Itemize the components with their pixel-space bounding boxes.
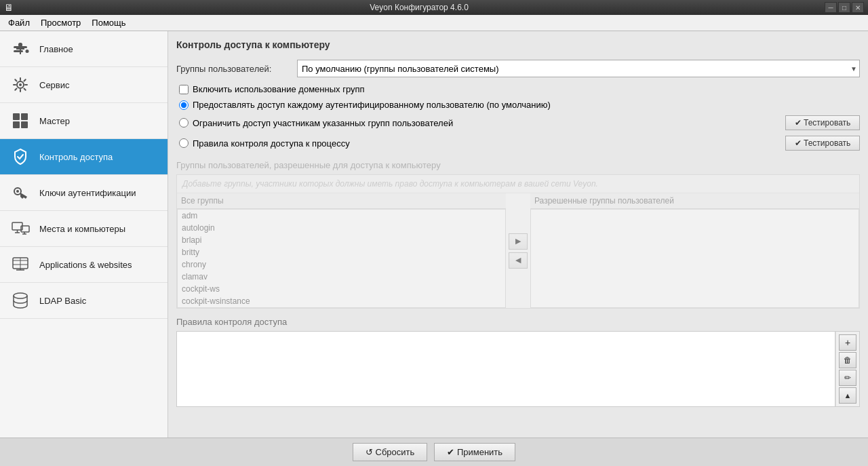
radio-grant-all-row: Предоставлять доступ каждому аутентифици… — [176, 100, 860, 110]
group-item-chrony[interactable]: chrony — [178, 258, 505, 271]
minimize-button[interactable]: ─ — [825, 2, 837, 13]
sidebar-item-master[interactable]: Мастер — [0, 103, 167, 139]
user-groups-row: Группы пользователей: По умолчанию (груп… — [176, 60, 860, 77]
sidebar-computers-label: Места и компьютеры — [39, 224, 125, 234]
groups-hint: Добавьте группы, участники которых должн… — [177, 175, 859, 193]
service-icon — [9, 74, 31, 96]
sidebar-item-computers[interactable]: Места и компьютеры — [0, 211, 167, 247]
section-title: Контроль доступа к компьютеру — [176, 39, 860, 50]
sidebar: Главное Сервис Ма — [0, 31, 168, 438]
sidebar-ldap-label: LDAP Basic — [39, 296, 86, 306]
radio-rules-label: Правила контроля доступа к процессу — [193, 138, 350, 149]
radio-rules-inner: Правила контроля доступа к процессу — [179, 138, 785, 149]
remove-from-allowed-button[interactable]: ◀ — [509, 252, 528, 269]
menu-help[interactable]: Помощь — [86, 16, 131, 29]
radio-grant-label: Предоставлять доступ каждому аутентифици… — [193, 100, 551, 110]
bottom-bar: ↺ Сбросить ✔ Применить — [0, 438, 868, 466]
user-groups-select-wrapper: По умолчанию (группы пользователей систе… — [297, 60, 860, 77]
apply-button[interactable]: ✔ Применить — [434, 443, 515, 461]
group-item-cockpit-ws[interactable]: cockpit-ws — [178, 283, 505, 295]
svg-rect-12 — [21, 121, 28, 128]
svg-point-6 — [26, 50, 29, 53]
groups-arrow-buttons: ▶ ◀ — [506, 193, 530, 308]
radio-restrict-row: Ограничить доступ участникам указанных г… — [176, 115, 860, 130]
move-rule-up-button[interactable]: ▲ — [839, 387, 856, 404]
auth-icon — [9, 182, 31, 203]
sidebar-item-service[interactable]: Сервис — [0, 67, 167, 103]
sidebar-item-auth[interactable]: Ключи аутентификации — [0, 175, 167, 211]
apps-icon — [9, 254, 31, 275]
sidebar-access-label: Контроль доступа — [39, 152, 113, 162]
allowed-groups-pane: Разрешенные группы пользователей — [530, 193, 859, 308]
add-to-allowed-button[interactable]: ▶ — [509, 233, 528, 250]
svg-point-14 — [16, 190, 19, 193]
all-groups-header: Все группы — [177, 193, 506, 209]
domain-checkbox[interactable] — [179, 85, 189, 94]
delete-rule-button[interactable]: 🗑 — [839, 352, 856, 368]
sidebar-home-label: Главное — [39, 44, 73, 54]
edit-rule-button[interactable]: ✏ — [839, 370, 856, 386]
radio-rules-row: Правила контроля доступа к процессу ✔ Те… — [176, 136, 860, 151]
domain-checkbox-label: Включить использование доменных групп — [193, 84, 365, 94]
add-rule-button[interactable]: + — [839, 334, 856, 351]
sidebar-item-apps[interactable]: Applications & websites — [0, 247, 167, 283]
content-area: Контроль доступа к компьютеру Группы пол… — [168, 31, 868, 438]
menu-view[interactable]: Просмотр — [35, 16, 86, 29]
rules-panel: + 🗑 ✏ ▲ — [176, 331, 860, 407]
radio-rules[interactable] — [179, 138, 189, 148]
titlebar-left: 🖥 — [4, 2, 14, 13]
user-groups-label: Группы пользователей: — [176, 64, 292, 74]
reset-button[interactable]: ↺ Сбросить — [353, 443, 427, 461]
group-item-britty[interactable]: britty — [178, 246, 505, 258]
group-item-clamav[interactable]: clamav — [178, 271, 505, 283]
close-button[interactable]: ✕ — [852, 2, 864, 13]
user-groups-select[interactable]: По умолчанию (группы пользователей систе… — [297, 60, 860, 77]
radio-restrict-inner: Ограничить доступ участникам указанных г… — [179, 118, 785, 128]
groups-panel: Добавьте группы, участники которых должн… — [176, 174, 860, 309]
menubar: Файл Просмотр Помощь — [0, 15, 868, 31]
main-layout: Главное Сервис Ма — [0, 31, 868, 438]
radio-grant-all[interactable] — [179, 100, 189, 110]
sidebar-apps-label: Applications & websites — [39, 260, 132, 270]
svg-point-8 — [19, 83, 22, 86]
sidebar-item-ldap[interactable]: LDAP Basic — [0, 283, 167, 319]
titlebar-title: Veyon Конфигуратор 4.6.0 — [14, 3, 825, 12]
sidebar-auth-label: Ключи аутентификации — [39, 188, 136, 198]
rules-section-title: Правила контроля доступа — [176, 317, 860, 327]
sidebar-item-home[interactable]: Главное — [0, 31, 167, 67]
sidebar-item-access[interactable]: Контроль доступа — [0, 139, 167, 175]
all-groups-listbox[interactable]: adm autologin brlapi britty chrony clama… — [177, 209, 506, 308]
groups-inner: Все группы adm autologin brlapi britty c… — [177, 193, 859, 308]
group-item-autologin[interactable]: autologin — [178, 222, 505, 234]
svg-rect-4 — [14, 46, 27, 48]
sidebar-master-label: Мастер — [39, 116, 70, 126]
group-item-cockpit-wsinstance[interactable]: cockpit-wsinstance — [178, 295, 505, 307]
svg-rect-5 — [14, 50, 23, 52]
domain-checkbox-row: Включить использование доменных групп — [176, 84, 860, 94]
rules-action-buttons: + 🗑 ✏ ▲ — [835, 332, 859, 406]
titlebar-controls: ─ □ ✕ — [825, 2, 864, 13]
allowed-groups-header: Разрешенные группы пользователей — [530, 193, 859, 209]
menu-file[interactable]: Файл — [3, 16, 35, 29]
all-groups-pane: Все группы adm autologin brlapi britty c… — [177, 193, 506, 308]
app-icon: 🖥 — [4, 2, 14, 13]
ldap-icon — [9, 290, 31, 311]
test-rules-button[interactable]: ✔ Тестировать — [785, 136, 860, 151]
rules-list[interactable] — [177, 332, 835, 406]
access-icon — [9, 146, 31, 168]
group-item-adm[interactable]: adm — [178, 210, 505, 222]
allowed-groups-listbox[interactable] — [530, 209, 859, 308]
test-restrict-button[interactable]: ✔ Тестировать — [785, 115, 860, 130]
rules-section: Правила контроля доступа + 🗑 ✏ ▲ — [176, 317, 860, 407]
titlebar: 🖥 Veyon Конфигуратор 4.6.0 ─ □ ✕ — [0, 0, 868, 15]
sidebar-service-label: Сервис — [39, 80, 70, 90]
computers-icon — [9, 218, 31, 239]
content-scroll[interactable]: Контроль доступа к компьютеру Группы пол… — [168, 31, 868, 438]
restore-button[interactable]: □ — [838, 2, 850, 13]
home-icon — [9, 38, 31, 60]
radio-restrict[interactable] — [179, 118, 189, 128]
group-item-brlapi[interactable]: brlapi — [178, 234, 505, 246]
radio-restrict-label: Ограничить доступ участникам указанных г… — [193, 118, 453, 128]
master-icon — [9, 110, 31, 132]
svg-rect-10 — [21, 113, 28, 120]
